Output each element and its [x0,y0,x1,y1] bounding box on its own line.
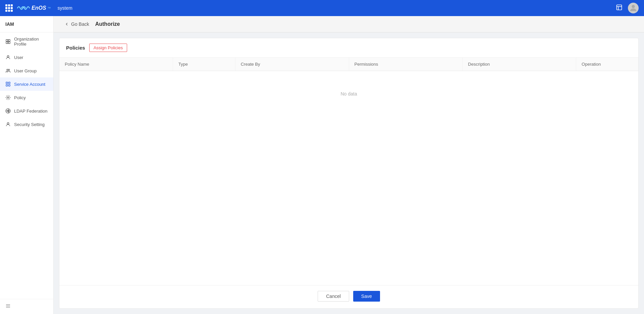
table-header: Policy Name Type Create By Permissions D… [59,58,638,71]
user-icon [5,55,11,60]
sidebar-item-label: User Group [14,68,37,73]
svg-rect-14 [8,84,10,86]
th-type: Type [173,58,235,71]
svg-rect-12 [8,82,10,84]
sidebar-item-service-account[interactable]: Service Account [0,77,53,91]
svg-point-17 [7,123,9,124]
security-icon [5,122,11,127]
sidebar-item-user[interactable]: User [0,51,53,64]
svg-point-8 [7,56,9,57]
page-title: Authorize [95,21,120,27]
go-back-button[interactable]: Go Back [62,20,92,28]
svg-point-15 [7,97,9,98]
svg-rect-6 [6,42,8,44]
topbar-left: EnOS™ system [5,4,72,12]
sidebar-header: IAM [0,16,53,33]
logo-name: EnOS [32,5,46,11]
svg-rect-13 [6,84,8,86]
logo-wave-icon [17,4,30,12]
topbar-right [616,3,639,13]
sidebar-collapse[interactable] [0,299,53,314]
th-policy-name: Policy Name [59,58,173,71]
sidebar-item-label: Security Setting [14,122,45,127]
svg-rect-0 [617,5,622,10]
sidebar-item-organization-profile[interactable]: Organization Profile [0,33,53,51]
logo-sup: ™ [48,6,51,10]
th-operation: Operation [576,58,638,71]
sidebar-item-label: Organization Profile [14,37,48,47]
topbar: EnOS™ system [0,0,644,16]
sidebar: IAM Organization Profile User User Group [0,16,54,314]
collapse-icon [5,303,11,309]
sidebar-item-label: Service Account [14,82,45,87]
th-description: Description [463,58,576,71]
table-container: Policy Name Type Create By Permissions D… [59,58,638,285]
ldap-icon [5,108,11,114]
svg-rect-11 [6,82,8,84]
main-content: Go Back Authorize Policies Assign Polici… [54,16,644,314]
notification-icon[interactable] [616,4,623,12]
avatar[interactable] [628,3,639,13]
footer-buttons: Cancel Save [59,285,638,308]
sidebar-item-label: User [14,55,23,60]
assign-policies-button[interactable]: Assign Policies [89,44,127,52]
sidebar-item-policy[interactable]: Policy [0,91,53,104]
sidebar-item-label: Policy [14,95,26,100]
th-create-by: Create By [235,58,349,71]
svg-point-3 [632,5,635,8]
organization-icon [5,39,11,44]
th-permissions: Permissions [349,58,463,71]
svg-point-10 [8,69,10,70]
user-group-icon [5,68,11,73]
page-header: Go Back Authorize [54,16,644,33]
content-area: Policies Assign Policies Policy Name Typ… [59,38,639,309]
sidebar-item-label: LDAP Federation [14,109,48,114]
system-label: system [58,5,72,11]
service-account-icon [5,81,11,87]
apps-icon[interactable] [5,4,13,12]
sidebar-item-ldap-federation[interactable]: LDAP Federation [0,104,53,118]
svg-rect-5 [8,40,10,41]
back-arrow-icon [64,22,69,26]
cancel-button[interactable]: Cancel [318,291,349,302]
svg-rect-4 [6,40,8,41]
enos-logo: EnOS™ [17,4,51,12]
policies-label: Policies [66,45,85,51]
policy-icon [5,95,11,100]
sidebar-item-user-group[interactable]: User Group [0,64,53,77]
svg-rect-7 [8,42,10,44]
policies-header: Policies Assign Policies [59,38,638,58]
sidebar-item-security-setting[interactable]: Security Setting [0,118,53,131]
svg-point-9 [7,69,8,70]
no-data-message: No data [59,71,638,117]
save-button[interactable]: Save [353,291,380,302]
